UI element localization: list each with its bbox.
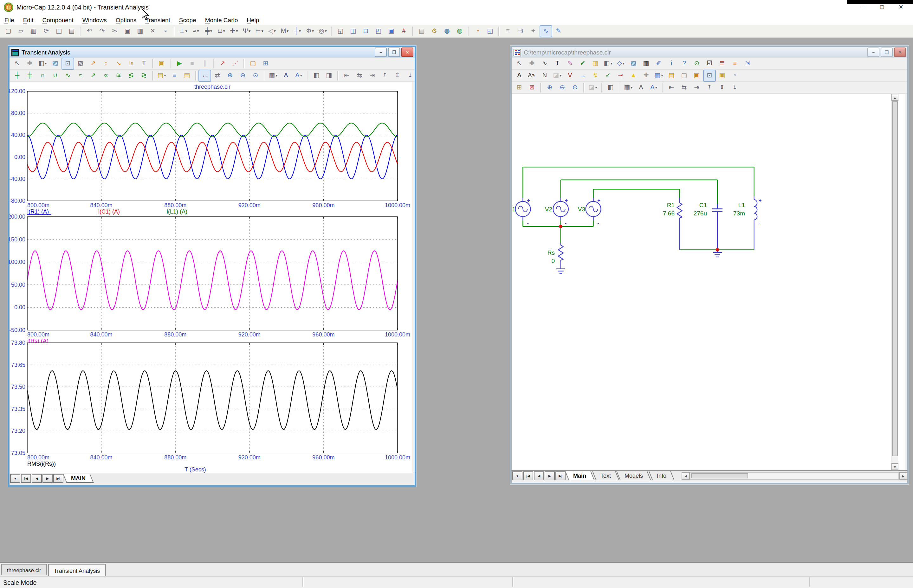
scale-vertical-icon[interactable]: ↕ [100, 57, 112, 69]
revert-icon[interactable]: ⟳ [40, 25, 53, 37]
save-icon[interactable]: ▦ [27, 25, 40, 37]
zoom-out-icon[interactable]: ⊖ [556, 81, 569, 94]
scale-mode-icon[interactable]: ↔ [198, 69, 211, 81]
dropdown-arrow-icon[interactable]: ▾ [275, 73, 277, 77]
dropdown-arrow-icon[interactable]: ▾ [661, 73, 663, 77]
align-right-icon[interactable]: ⇥ [366, 69, 379, 81]
text-icon[interactable]: T [551, 57, 563, 69]
wire-mode-icon[interactable]: ∿ [538, 57, 551, 69]
dropdown-arrow-icon[interactable]: ▾ [300, 73, 302, 77]
dropdown-arrow-icon[interactable]: ▾ [287, 29, 288, 33]
graphics-icon[interactable]: ✎ [563, 57, 576, 69]
zoom-value-icon[interactable]: ⊙ [249, 69, 262, 81]
transient-window-icon[interactable]: ∿ [539, 25, 552, 37]
capacitor-icon[interactable]: ╪▾ [202, 25, 215, 37]
bring-front-icon[interactable]: ◨ [323, 69, 335, 81]
align-bottom-icon[interactable]: ⇣ [728, 81, 741, 94]
eraser-icon[interactable]: ◪▾ [586, 81, 599, 94]
align-right-icon[interactable]: ⇥ [690, 81, 703, 94]
copy-icon[interactable]: ▣ [121, 25, 134, 37]
schematic-canvas[interactable]: +++---+-1V2V3R17.66C1276uL173mRs0 ▲ ▼ [512, 94, 905, 470]
page-display-icon[interactable]: ▣ [690, 69, 703, 81]
copy-graph-icon[interactable]: ▤▾ [155, 69, 168, 81]
calculator-icon[interactable]: # [398, 25, 410, 37]
component-label-R1[interactable]: R1 [667, 202, 675, 208]
grid-icon[interactable]: ▦▾ [267, 69, 280, 81]
close-button[interactable]: ✕ [894, 47, 906, 57]
show-wave-attr-icon[interactable]: A∿ [526, 69, 538, 81]
select-icon[interactable]: ▫ [159, 25, 172, 37]
legend-i-C1-A-[interactable]: i(C1) (A) [98, 208, 120, 215]
plot-nav-last-icon[interactable]: ▶| [53, 474, 63, 483]
sine-source-V3[interactable] [586, 202, 601, 217]
file-tab-threephase-cir[interactable]: threephase.cir [1, 564, 47, 575]
menu-component[interactable]: Component [38, 16, 78, 24]
internet-icon[interactable]: ◍ [453, 25, 466, 37]
cursor-curve-icon[interactable]: ↗ [216, 57, 229, 69]
pin-connections-icon[interactable]: ⊸ [614, 69, 627, 81]
cursor-mode-icon[interactable]: ⇄ [211, 69, 224, 81]
scale-diagonal-icon[interactable]: ↗ [87, 57, 100, 69]
schematic-nav-dropdown-icon[interactable]: ▾ [512, 472, 523, 480]
schematic-tab-text[interactable]: Text [592, 472, 618, 480]
align-bottom-icon[interactable]: ⇣ [404, 69, 416, 81]
print-preview-icon[interactable]: ◫ [53, 25, 65, 37]
component-label-276u[interactable]: 276u [694, 210, 707, 217]
envelope-icon[interactable]: ≷ [138, 69, 150, 81]
stop-icon[interactable]: ■ [186, 57, 198, 69]
vertical-scroll-thumb[interactable] [892, 102, 898, 456]
inductor-symbol[interactable] [754, 200, 758, 220]
menu-edit[interactable]: Edit [19, 16, 38, 24]
dropdown-arrow-icon[interactable]: ▾ [325, 29, 327, 33]
component-label-V2[interactable]: V2 [545, 206, 552, 213]
component-label-1[interactable]: 1 [512, 206, 515, 213]
valley-icon[interactable]: ∪ [49, 69, 62, 81]
file-tab-transient-analysis[interactable]: Transient Analysis [48, 564, 105, 577]
capacitor-symbol[interactable] [712, 209, 722, 212]
dropdown-arrow-icon[interactable]: ▾ [45, 61, 47, 65]
component-label-7-66[interactable]: 7.66 [663, 210, 675, 217]
align-top-icon[interactable]: ⇡ [703, 81, 716, 94]
select-region-icon[interactable]: ▢ [247, 57, 259, 69]
dropdown-arrow-icon[interactable]: ▾ [210, 29, 212, 33]
inductor-icon[interactable]: ω▾ [215, 25, 228, 37]
font-color-icon[interactable]: A▾ [648, 81, 660, 94]
slope-icon[interactable]: ↗ [87, 69, 100, 81]
analysis-limits-icon[interactable]: ≡ [502, 25, 514, 37]
minimize-button[interactable]: − [375, 47, 387, 57]
horizontal-scrollbar[interactable] [690, 472, 899, 480]
select-icon[interactable]: ↖ [513, 57, 526, 69]
node-voltages-icon[interactable]: V [563, 69, 576, 81]
resistor-symbol[interactable] [677, 201, 682, 220]
flowchart-icon[interactable]: ◇▾ [614, 57, 627, 69]
error-markers-icon[interactable]: ▲ [627, 69, 640, 81]
spreadsheet-icon[interactable]: ▦ [640, 57, 652, 69]
align-center-icon[interactable]: ⇆ [678, 81, 690, 94]
checklist-icon[interactable]: ≣ [716, 57, 728, 69]
component-editor-icon[interactable]: ⚙ [428, 25, 441, 37]
font-color-icon[interactable]: A▾ [292, 69, 305, 81]
find-component-icon[interactable]: ⊙ [690, 57, 703, 69]
low-icon[interactable]: ≈ [74, 69, 87, 81]
zoom-out-icon[interactable]: ⊖ [236, 69, 249, 81]
power-display-icon[interactable]: ↯ [589, 69, 602, 81]
sine-source-V2[interactable] [553, 202, 568, 217]
align-left-icon[interactable]: ⇤ [340, 69, 353, 81]
menu-windows[interactable]: Windows [78, 16, 111, 24]
delete-page-icon[interactable]: ⊠ [526, 81, 538, 94]
paste-icon[interactable]: ▥ [134, 25, 146, 37]
cascade-windows-icon[interactable]: ◱ [334, 25, 347, 37]
font-icon[interactable]: A [635, 81, 648, 94]
pattern-icon[interactable]: ▦▾ [622, 81, 635, 94]
redo-icon[interactable]: ↷ [96, 25, 108, 37]
align-center-icon[interactable]: ⇆ [353, 69, 366, 81]
plot-nav-first-icon[interactable]: |◀ [21, 474, 31, 483]
dropdown-arrow-icon[interactable]: ▾ [262, 29, 264, 33]
component-label-V3[interactable]: V3 [578, 206, 585, 213]
menu-scope[interactable]: Scope [175, 16, 201, 24]
connector-icon[interactable]: ┼▾ [291, 25, 304, 37]
legend-i-R1-A-[interactable]: i(R1) (A) [27, 208, 49, 215]
menu-monte-carlo[interactable]: Monte Carlo [201, 16, 243, 24]
ground-symbol[interactable] [556, 266, 565, 273]
model-web-icon[interactable]: ◍ [441, 25, 453, 37]
